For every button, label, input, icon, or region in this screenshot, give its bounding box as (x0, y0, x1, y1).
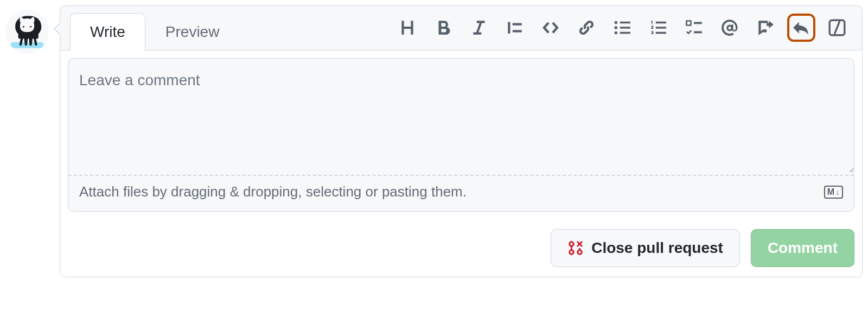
reply-icon[interactable] (789, 16, 813, 40)
svg-point-7 (615, 31, 618, 34)
markdown-icon[interactable]: M↓ (824, 186, 843, 199)
comment-button-label: Comment (768, 239, 838, 257)
svg-point-4 (30, 26, 31, 28)
svg-point-6 (615, 26, 618, 29)
avatar[interactable] (5, 10, 49, 53)
attach-hint: Attach files by dragging & dropping, sel… (79, 183, 467, 200)
mention-icon[interactable] (718, 16, 742, 40)
ordered-list-icon[interactable] (646, 16, 670, 40)
svg-point-3 (23, 26, 24, 28)
comment-textarea[interactable] (68, 59, 854, 173)
svg-point-9 (570, 242, 574, 246)
code-icon[interactable] (539, 16, 563, 40)
comment-body: Attach files by dragging & dropping, sel… (60, 50, 862, 219)
comment-button[interactable]: Comment (751, 229, 854, 267)
svg-point-5 (615, 21, 618, 24)
heading-icon[interactable] (395, 16, 419, 40)
tab-write[interactable]: Write (70, 13, 145, 50)
comment-box: Write Preview (60, 5, 863, 277)
action-bar: Close pull request Comment (60, 219, 862, 277)
task-list-icon[interactable] (682, 16, 706, 40)
tab-bar: Write Preview (60, 6, 862, 50)
git-pull-request-closed-icon (567, 240, 584, 256)
attach-row[interactable]: Attach files by dragging & dropping, sel… (68, 176, 854, 211)
cross-reference-icon[interactable] (754, 16, 777, 40)
comment-input-wrapper: Attach files by dragging & dropping, sel… (68, 58, 854, 212)
italic-icon[interactable] (467, 16, 491, 40)
formatting-toolbar (395, 16, 852, 47)
close-pull-request-button[interactable]: Close pull request (551, 229, 740, 267)
svg-point-11 (578, 250, 582, 255)
bold-icon[interactable] (431, 16, 455, 40)
tab-preview[interactable]: Preview (145, 13, 240, 50)
unordered-list-icon[interactable] (610, 16, 634, 40)
close-pr-label: Close pull request (591, 239, 723, 257)
octocat-icon (8, 12, 46, 50)
svg-point-10 (570, 250, 574, 255)
link-icon[interactable] (575, 16, 598, 40)
quote-icon[interactable] (503, 16, 527, 40)
slash-icon[interactable] (825, 16, 849, 40)
